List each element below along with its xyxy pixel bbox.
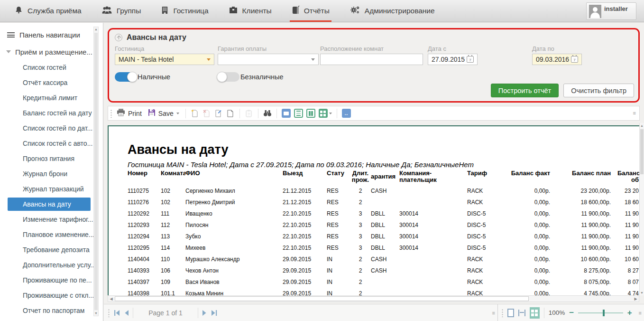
sidebar-item[interactable]: Список гостей по дат...: [0, 121, 103, 136]
zoombar-drag-handle[interactable]: [502, 309, 503, 317]
nav-clients[interactable]: Клиенты: [229, 0, 272, 22]
splitter-collapse-icon[interactable]: ≡: [490, 310, 497, 316]
scroll-left-icon[interactable]: ◀: [108, 297, 114, 301]
two-page-view-icon[interactable]: [306, 109, 315, 118]
toggle-knob: [127, 72, 138, 82]
sidebar-item[interactable]: Прогноз питания: [0, 151, 103, 166]
clear-filter-button[interactable]: Очистить фильтр: [563, 84, 634, 97]
scroll-up-icon[interactable]: ▲: [94, 27, 98, 32]
sidebar-item[interactable]: Отчёт кассира: [0, 75, 103, 90]
toggle-off-switch[interactable]: [218, 72, 239, 82]
prev-page-button[interactable]: [124, 310, 129, 316]
zoom-slider[interactable]: [578, 309, 623, 317]
collapse-panel-icon[interactable]: [115, 34, 122, 41]
table-cell: Иващенко: [185, 210, 283, 217]
next-page-button[interactable]: [202, 310, 207, 316]
user-menu[interactable]: installer: [586, 2, 636, 20]
page-setup-icon[interactable]: [226, 109, 235, 118]
delete-page-icon[interactable]: [202, 109, 211, 118]
clipboard-icon[interactable]: ?: [245, 109, 253, 118]
table-cell: 2: [350, 188, 371, 194]
build-report-button[interactable]: Построить отчёт: [491, 84, 559, 97]
zoom-out-button[interactable]: −: [569, 309, 574, 317]
table-cell: 0,00р.: [507, 210, 560, 217]
sidebar-item[interactable]: Плановое изменение...: [0, 227, 103, 242]
nav-administration[interactable]: Администрирование: [350, 0, 435, 22]
statusbar-drag-handle[interactable]: [108, 309, 110, 317]
nav-panel-header[interactable]: Панель навигации: [0, 26, 103, 44]
sidebar-item[interactable]: Изменение тарифног...: [0, 212, 103, 227]
scroll-up-icon[interactable]: ▲: [640, 123, 644, 128]
table-cell: DBLL: [371, 210, 399, 217]
cash-toggle[interactable]: Наличные: [115, 72, 218, 82]
sidebar-scrollbar[interactable]: ▲ ▼: [93, 27, 99, 316]
page-view-icon[interactable]: [282, 109, 291, 118]
single-page-mode-icon[interactable]: [507, 309, 514, 317]
table-row: 1120294113Зубко22.10.2015RES3DBLL300014D…: [128, 231, 639, 242]
scroll-down-icon[interactable]: ▼: [94, 311, 98, 316]
vertical-scrollbar[interactable]: ▲ ▼: [639, 123, 644, 295]
new-page-icon[interactable]: [191, 109, 199, 118]
sidebar-item[interactable]: Требование депозита: [0, 242, 103, 257]
multi-page-view-icon[interactable]: [319, 109, 328, 118]
sidebar-item[interactable]: Кредитный лимит: [0, 90, 103, 105]
sidebar-item[interactable]: Отчет по паспортам: [0, 303, 103, 318]
page-width-icon[interactable]: ↔: [342, 109, 351, 118]
save-button[interactable]: Save: [147, 108, 181, 119]
table-cell: 10 60: [617, 256, 639, 263]
multi-page-mode-icon[interactable]: [530, 307, 540, 319]
sidebar-group-reception[interactable]: Приём и размещение...: [0, 44, 103, 60]
scroll-right-icon[interactable]: ▶: [633, 297, 639, 301]
toolbar-separator: [258, 109, 258, 118]
nav-hotel[interactable]: Гостиница: [161, 0, 208, 22]
guarantee-select[interactable]: [218, 54, 319, 65]
last-page-button[interactable]: [211, 310, 217, 316]
table-cell: 3: [350, 210, 371, 217]
slider-thumb[interactable]: [603, 310, 605, 316]
table-cell: IN: [327, 256, 350, 263]
scroll-thumb[interactable]: [640, 129, 644, 174]
table-cell: 0,00р.: [507, 256, 560, 263]
column-header: ФИО: [185, 170, 283, 177]
nav-groups[interactable]: Группы: [101, 0, 141, 22]
fit-width-mode-icon[interactable]: [518, 310, 525, 316]
table-cell: 106: [161, 267, 185, 274]
toolbar-drag-handle[interactable]: [110, 109, 112, 118]
nav-front-office[interactable]: Служба приёма: [14, 0, 82, 22]
hotel-select[interactable]: MAIN - Tesla Hotel: [115, 54, 214, 65]
sidebar-item[interactable]: Дополнительные услу...: [0, 257, 103, 273]
scroll-thumb[interactable]: [94, 33, 98, 310]
scroll-thumb[interactable]: [115, 296, 529, 301]
date-to-input[interactable]: [536, 56, 570, 63]
sidebar-item[interactable]: Список гостей с авто...: [0, 136, 103, 151]
edit-page-icon[interactable]: [214, 109, 223, 118]
splitter-collapse-icon[interactable]: ≡: [636, 310, 644, 316]
sidebar-item[interactable]: Журнал брони: [0, 166, 103, 181]
splitter-collapse-icon[interactable]: ≡: [633, 111, 637, 116]
table-cell: RACK: [467, 279, 507, 285]
filter-panel: Авансы на дату Гостиница MAIN - Tesla Ho…: [108, 28, 640, 103]
sidebar-item[interactable]: Журнал транзакций: [0, 181, 103, 197]
single-page-view-icon[interactable]: [294, 109, 303, 118]
table-cell: IN: [327, 290, 350, 295]
sidebar-item[interactable]: Проживающие с откл...: [0, 288, 103, 303]
toggle-on-switch[interactable]: [115, 72, 137, 82]
calendar-icon[interactable]: 7: [467, 56, 474, 63]
sidebar-item[interactable]: Авансы на дату: [8, 198, 91, 211]
horizontal-scrollbar[interactable]: ◀ ▶: [108, 295, 639, 302]
cashless-toggle[interactable]: Безналичные: [218, 72, 321, 82]
sidebar-item[interactable]: Список гостей: [0, 60, 103, 75]
table-cell: 1110276: [128, 199, 161, 206]
print-button[interactable]: Print: [115, 108, 143, 119]
first-page-button[interactable]: [114, 310, 120, 316]
scroll-down-icon[interactable]: ▼: [640, 290, 644, 295]
nav-reports[interactable]: Отчёты: [292, 0, 330, 22]
calendar-icon[interactable]: 7: [571, 56, 578, 63]
rooms-input[interactable]: [324, 56, 419, 63]
zoom-in-button[interactable]: +: [627, 309, 632, 317]
sidebar-item[interactable]: Баланс гостей на дату: [0, 105, 103, 121]
date-from-input[interactable]: [432, 56, 466, 63]
column-header: Стату: [327, 170, 350, 177]
find-binoculars-icon[interactable]: [263, 109, 272, 118]
sidebar-item[interactable]: Проживающие по пе...: [0, 273, 103, 288]
